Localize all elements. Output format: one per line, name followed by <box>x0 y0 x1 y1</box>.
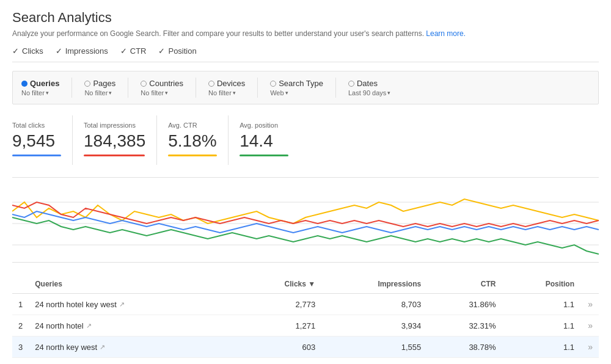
query-text: 24 north hotel key west <box>35 300 117 309</box>
row-query[interactable]: 24 north hotel ↗ <box>29 315 239 337</box>
impressions-check[interactable]: ✓ Impressions <box>56 46 108 56</box>
chart-svg <box>12 184 599 263</box>
th-clicks[interactable]: Clicks ▼ <box>239 275 321 294</box>
filter-dates-sub: Last 90 days▾ <box>348 89 390 96</box>
metric-total-clicks: Total clicks 9,545 <box>12 115 73 165</box>
filter-queries[interactable]: Queries No filter▾ <box>21 78 72 98</box>
filter-pages-sub: No filter▾ <box>84 89 115 96</box>
metric-impressions-value: 184,385 <box>84 131 145 151</box>
filter-dates[interactable]: Dates Last 90 days▾ <box>348 78 403 98</box>
radio-dot-queries <box>21 81 27 87</box>
row-position: 1.1 <box>502 337 580 358</box>
metric-impressions-underline <box>84 155 145 156</box>
radio-empty-dates <box>348 81 354 87</box>
clicks-check[interactable]: ✓ Clicks <box>12 46 43 56</box>
filter-search-type[interactable]: Search Type Web▾ <box>270 78 336 98</box>
row-impressions: 1,555 <box>321 337 427 358</box>
row-nav-arrow[interactable]: » <box>588 342 593 352</box>
metric-clicks-value: 9,545 <box>12 131 61 151</box>
row-nav-arrow[interactable]: » <box>588 321 593 330</box>
row-query[interactable]: 24 north hotel in key west ↗ <box>29 358 239 365</box>
th-queries[interactable]: Queries <box>29 275 239 294</box>
row-position: 1.1 <box>502 315 580 337</box>
radio-empty-devices <box>208 81 214 87</box>
row-nav[interactable]: » <box>580 358 599 365</box>
position-check-label: Position <box>168 46 196 56</box>
metric-position-underline <box>240 155 288 156</box>
table-row[interactable]: 3 24 north key west ↗ 603 1,555 38.78% 1… <box>12 337 599 358</box>
row-nav-arrow[interactable]: » <box>588 299 593 309</box>
filter-devices[interactable]: Devices No filter▾ <box>208 78 258 98</box>
ctr-check-label: CTR <box>130 46 147 56</box>
row-position: 1.0 <box>502 358 580 365</box>
th-nav <box>580 275 599 294</box>
check-icon-clicks: ✓ <box>12 46 19 56</box>
check-icon-ctr: ✓ <box>120 46 127 56</box>
th-ctr[interactable]: CTR <box>427 275 502 294</box>
table-row[interactable]: 2 24 north hotel ↗ 1,271 3,934 32.31% 1.… <box>12 315 599 337</box>
filter-queries-label: Queries <box>30 79 59 88</box>
ctr-check[interactable]: ✓ CTR <box>120 46 147 56</box>
filter-devices-label: Devices <box>217 79 245 88</box>
th-position[interactable]: Position <box>502 275 580 294</box>
page-title: Search Analytics <box>12 10 599 26</box>
metrics-row: Total clicks 9,545 Total impressions 184… <box>12 115 599 165</box>
row-clicks: 264 <box>239 358 321 365</box>
check-icon-position: ✓ <box>158 46 165 56</box>
query-text: 24 north hotel <box>35 321 84 330</box>
learn-more-link[interactable]: Learn more. <box>426 29 466 38</box>
row-impressions: 776 <box>321 358 427 365</box>
metric-total-impressions: Total impressions 184,385 <box>84 115 157 165</box>
table-row[interactable]: 1 24 north hotel key west ↗ 2,773 8,703 … <box>12 294 599 315</box>
row-impressions: 8,703 <box>321 294 427 315</box>
row-nav[interactable]: » <box>580 294 599 315</box>
metric-avg-position: Avg. position 14.4 <box>240 115 299 165</box>
th-impressions[interactable]: Impressions <box>321 275 427 294</box>
filter-pages-label: Pages <box>93 79 115 88</box>
metric-position-name: Avg. position <box>240 122 288 129</box>
page-subtitle: Analyze your performance on Google Searc… <box>12 29 599 38</box>
metric-clicks-name: Total clicks <box>12 122 61 129</box>
radio-empty-search-type <box>270 81 276 87</box>
row-position: 1.1 <box>502 294 580 315</box>
row-ctr: 31.86% <box>427 294 502 315</box>
metric-impressions-name: Total impressions <box>84 122 145 129</box>
row-nav[interactable]: » <box>580 337 599 358</box>
row-number: 4 <box>12 358 29 365</box>
filter-search-type-sub: Web▾ <box>270 89 323 96</box>
filter-bar: Queries No filter▾ Pages No filter▾ Coun… <box>12 71 599 104</box>
check-icon-impressions: ✓ <box>56 46 62 56</box>
metric-ctr-name: Avg. CTR <box>168 122 217 129</box>
row-query[interactable]: 24 north hotel key west ↗ <box>29 294 239 315</box>
external-link-icon[interactable]: ↗ <box>86 322 92 330</box>
row-ctr: 38.78% <box>427 337 502 358</box>
query-text: 24 north key west <box>35 343 97 352</box>
filter-queries-sub: No filter▾ <box>21 89 59 96</box>
filter-countries[interactable]: Countries No filter▾ <box>141 78 196 98</box>
row-number: 3 <box>12 337 29 358</box>
metric-avg-ctr: Avg. CTR 5.18% <box>168 115 229 165</box>
external-link-icon[interactable]: ↗ <box>100 343 105 351</box>
filter-devices-sub: No filter▾ <box>208 89 245 96</box>
row-impressions: 3,934 <box>321 315 427 337</box>
row-clicks: 1,271 <box>239 315 321 337</box>
filter-pages[interactable]: Pages No filter▾ <box>84 78 128 98</box>
metric-checks: ✓ Clicks ✓ Impressions ✓ CTR ✓ Position <box>12 46 599 62</box>
row-ctr: 32.31% <box>427 315 502 337</box>
metric-clicks-underline <box>12 155 61 156</box>
row-query[interactable]: 24 north key west ↗ <box>29 337 239 358</box>
row-number: 2 <box>12 315 29 337</box>
row-clicks: 2,773 <box>239 294 321 315</box>
row-nav[interactable]: » <box>580 315 599 337</box>
radio-empty-pages <box>84 81 90 87</box>
impressions-check-label: Impressions <box>65 46 108 56</box>
row-clicks: 603 <box>239 337 321 358</box>
filter-search-type-label: Search Type <box>279 79 323 88</box>
external-link-icon[interactable]: ↗ <box>119 300 125 308</box>
th-row-num <box>12 275 29 294</box>
radio-empty-countries <box>141 81 147 87</box>
table-row[interactable]: 4 24 north hotel in key west ↗ 264 776 3… <box>12 358 599 365</box>
metric-position-value: 14.4 <box>240 131 288 151</box>
metric-ctr-value: 5.18% <box>168 131 217 151</box>
position-check[interactable]: ✓ Position <box>158 46 196 56</box>
